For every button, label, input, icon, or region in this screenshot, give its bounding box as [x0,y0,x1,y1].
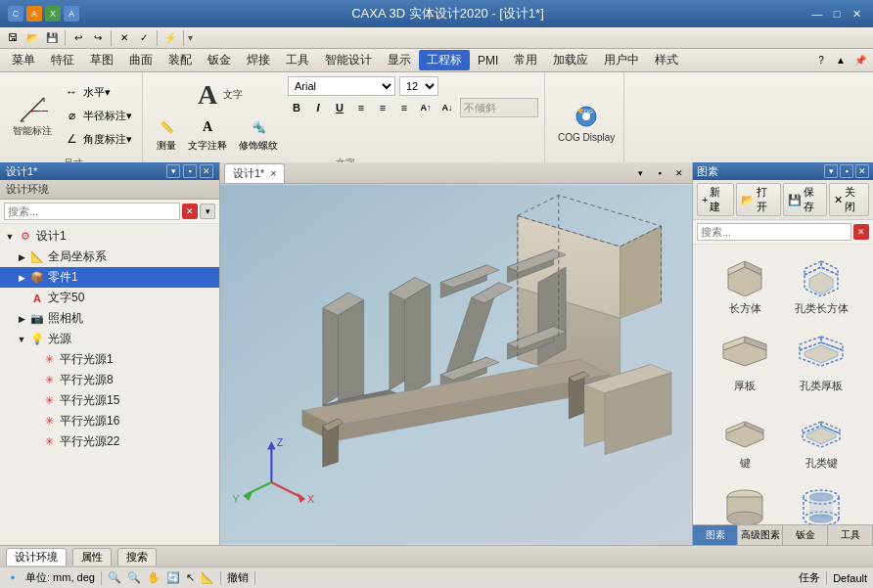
icon-item-cylinder[interactable]: 圆柱体 [710,482,780,524]
right-panel-tab-sheetmetal[interactable]: 钣金 [783,525,828,545]
menu-item-feature[interactable]: 特征 [43,50,82,70]
close-shape-button[interactable]: ✕ 关闭 [829,183,869,216]
expand-light15[interactable] [27,395,39,407]
menu-item-assembly[interactable]: 装配 [161,50,200,70]
right-panel-pin-button[interactable]: ▾ [824,164,838,178]
menu-item-display[interactable]: 显示 [380,50,419,70]
text-big-button[interactable]: A 文字 [189,76,246,113]
close-button[interactable]: ✕ [848,6,865,22]
tree-item-light1[interactable]: ✳ 平行光源1 [0,349,219,370]
left-panel-search-filter[interactable]: ▾ [200,204,215,219]
viewport-close-button[interactable]: ✕ [670,164,688,182]
open-file-button[interactable]: 📂 [23,29,41,47]
radius-dim-button[interactable]: ⌀ 半径标注▾ [59,105,136,126]
viewport-3d-content[interactable]: Z X Y [220,184,692,545]
superscript-button[interactable]: A↑ [417,99,435,116]
menu-item-smart[interactable]: 智能设计 [317,50,380,70]
expand-light1[interactable] [27,354,39,366]
tree-item-camera[interactable]: ▶ 📷 照相机 [0,308,219,329]
icon-item-plate[interactable]: 厚板 [710,328,780,393]
new-file-button[interactable]: 🖫 [4,29,22,47]
align-right-button[interactable]: ≡ [395,99,413,116]
expand-camera[interactable]: ▶ [16,313,27,325]
expand-light8[interactable] [27,375,39,386]
left-panel-search-input[interactable] [4,203,180,220]
bottom-tab-search[interactable]: 搜索 [117,548,157,565]
expand-light22[interactable] [27,436,39,448]
icon-item-box-hole[interactable]: 孔类长方体 [786,250,856,316]
undo-button[interactable]: ↩ [69,29,87,47]
right-panel-tab-tools[interactable]: 工具 [828,525,873,545]
left-panel-search-clear[interactable]: ✕ [182,204,198,219]
new-shape-button[interactable]: + 新建 [697,183,734,216]
open-shape-button[interactable]: 📂 打开 [736,183,780,216]
panel-pin-button[interactable]: ▾ [166,164,180,178]
expand-light[interactable]: ▼ [16,334,27,345]
align-left-button[interactable]: ≡ [352,99,370,116]
screw-button[interactable]: 🔩 修饰螺纹 [235,116,282,155]
menu-item-surface[interactable]: 曲面 [121,50,161,70]
horizontal-dim-button[interactable]: ↔ 水平▾ [59,81,136,103]
tree-item-light15[interactable]: ✳ 平行光源15 [0,390,219,411]
subscript-button[interactable]: A↓ [438,99,456,116]
minimize-button[interactable]: — [808,6,826,22]
align-center-button[interactable]: ≡ [374,99,391,116]
menu-item-weld[interactable]: 焊接 [239,50,278,70]
help-button[interactable]: ? [812,52,830,69]
icon-item-box[interactable]: 长方体 [710,250,780,316]
expand-design1[interactable]: ▼ [4,231,16,243]
menu-item-style[interactable]: 样式 [647,50,686,70]
quick-btn-extra[interactable]: ⚡ [161,29,179,47]
icon-item-cylinder-hole[interactable]: 孔类圆柱体 [786,482,856,524]
tree-item-part1[interactable]: ▶ 📦 零件1 [0,267,219,288]
ok-button[interactable]: ✓ [135,29,153,47]
cancel-button[interactable]: ✕ [115,29,133,47]
tree-item-design1[interactable]: ▼ ⚙ 设计1 [0,226,219,247]
menu-item-sheetmetal[interactable]: 钣金 [200,50,239,70]
smart-dimension-button[interactable]: ⟵⟶ 智能标注 [10,91,55,140]
maximize-button[interactable]: □ [828,6,846,22]
menu-item-menu[interactable]: 菜单 [4,50,43,70]
menu-item-tools[interactable]: 工具 [278,50,317,70]
font-select[interactable]: Arial [288,76,395,96]
italic-button[interactable]: I [309,99,327,116]
expand-coord[interactable]: ▶ [16,251,27,263]
tree-item-light[interactable]: ▼ 💡 光源 [0,329,219,349]
bottom-tab-design-env[interactable]: 设计环境 [6,548,67,565]
viewport-float-button[interactable]: ▪ [651,164,668,182]
menu-item-pmi[interactable]: PMI [470,52,506,69]
icon-item-plate-hole[interactable]: 孔类厚板 [786,328,856,393]
icon-item-key-hole[interactable]: 孔类键 [786,405,856,471]
expand-part1[interactable]: ▶ [16,272,27,284]
tree-item-light8[interactable]: ✳ 平行光源8 [0,370,219,390]
right-panel-float-button[interactable]: ▪ [840,164,853,178]
save-file-button[interactable]: 💾 [43,29,61,47]
menu-item-sketch[interactable]: 草图 [82,50,121,70]
measure-button[interactable]: 📏 测量 [153,116,180,155]
viewport-tab-design1[interactable]: 设计1* × [224,163,285,183]
panel-close-button[interactable]: ✕ [200,164,213,178]
cog-display-button[interactable]: COG COG Display [555,98,618,147]
viewport[interactable]: 设计1* × ▾ ▪ ✕ [220,162,692,545]
tree-item-light16[interactable]: ✳ 平行光源16 [0,411,219,431]
menu-item-load[interactable]: 加载应 [545,50,596,70]
minimize-ribbon-button[interactable]: ▲ [832,52,850,69]
menu-item-user[interactable]: 用户中 [596,50,647,70]
viewport-pin-button[interactable]: ▾ [631,164,649,182]
tree-item-text50[interactable]: A 文字50 [0,288,219,308]
tree-item-light22[interactable]: ✳ 平行光源22 [0,431,219,452]
panel-float-button[interactable]: ▪ [183,164,197,178]
pin-ribbon-button[interactable]: 📌 [851,52,869,69]
expand-light16[interactable] [27,416,39,428]
viewport-tab-close[interactable]: × [270,168,276,179]
right-panel-tab-advanced[interactable]: 高级图素 [738,525,783,545]
tree-item-coord[interactable]: ▶ 📐 全局坐标系 [0,247,219,267]
menu-item-common[interactable]: 常用 [506,50,545,70]
icon-item-key[interactable]: 键 [710,405,780,471]
redo-button[interactable]: ↪ [89,29,107,47]
right-panel-search-clear[interactable]: ✕ [853,224,869,240]
underline-button[interactable]: U [331,99,348,116]
save-shape-button[interactable]: 💾 保存 [783,183,827,216]
bottom-tab-properties[interactable]: 属性 [72,548,112,565]
annotation-button[interactable]: A 文字注释 [184,116,231,155]
